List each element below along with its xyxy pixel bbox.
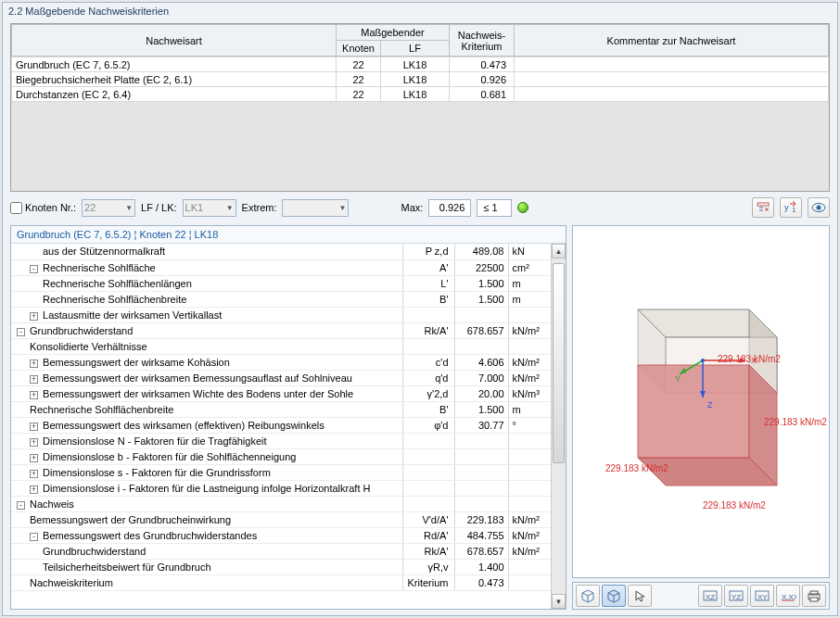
- view-persp-button[interactable]: [602, 585, 626, 607]
- axis-z-label: Z: [707, 400, 713, 410]
- view-xy-icon: XY: [754, 589, 770, 602]
- action-button-3[interactable]: [808, 197, 830, 218]
- detail-row[interactable]: - Bemessungswert des Grundbruchwiderstan…: [11, 527, 551, 543]
- detail-row[interactable]: + Bemessungswert der wirksame Kohäsionc'…: [11, 354, 551, 370]
- view-iso-button[interactable]: [576, 585, 600, 607]
- detail-row[interactable]: + Bemessungswert des wirksamen (effektiv…: [11, 417, 551, 433]
- tree-toggle[interactable]: +: [30, 470, 38, 478]
- detail-row[interactable]: aus der StützennormalkraftP z,d489.08kN: [11, 244, 551, 259]
- knoten-checkbox[interactable]: [10, 202, 22, 214]
- status-ok-icon: [517, 202, 528, 213]
- view-xy-button[interactable]: XY: [750, 585, 774, 607]
- tree-toggle[interactable]: -: [17, 328, 25, 336]
- detail-row[interactable]: Rechnerische SohlflächenbreiteB'1.500m: [11, 401, 551, 417]
- knoten-combo[interactable]: 22▼: [82, 199, 135, 217]
- svg-rect-0: [757, 203, 769, 206]
- detail-row[interactable]: Konsolidierte Verhältnisse: [11, 338, 551, 354]
- lflk-combo[interactable]: LK1▼: [183, 199, 236, 217]
- view-xz-icon: XZ: [702, 589, 719, 602]
- view-xz-button[interactable]: XZ: [698, 585, 722, 607]
- extrem-label: Extrem:: [242, 202, 277, 213]
- pane-title: 2.2 Maßgebende Nachweiskriterien: [3, 3, 837, 19]
- filter-icon: [757, 201, 770, 214]
- tree-toggle[interactable]: +: [30, 375, 38, 384]
- tree-toggle[interactable]: +: [30, 486, 38, 494]
- detail-row[interactable]: Bemessungswert der GrundbrucheinwirkungV…: [11, 511, 551, 527]
- col-lf: LF: [381, 41, 450, 57]
- scroll-down-button[interactable]: ▼: [552, 594, 566, 609]
- detail-row[interactable]: GrundbruchwiderstandRk/A'678.657kN/m²: [11, 543, 551, 559]
- detail-row[interactable]: - Rechnerische SohlflächeA'22500cm²: [11, 259, 551, 275]
- axis-y-label: Y: [675, 374, 681, 384]
- tree-toggle[interactable]: -: [17, 501, 25, 510]
- print-icon: [807, 589, 821, 602]
- svg-point-4: [817, 206, 821, 210]
- detail-row[interactable]: Rechnerische SohlflächenlängenL'1.500m: [11, 275, 551, 291]
- knoten-checkbox-label[interactable]: Knoten Nr.:: [10, 202, 76, 214]
- svg-text:XZ: XZ: [706, 593, 715, 601]
- svg-marker-9: [638, 365, 749, 458]
- detail-row[interactable]: + Dimensionslose i - Faktoren für die La…: [11, 480, 551, 496]
- tree-toggle[interactable]: -: [30, 265, 38, 273]
- col-nachweisart: Nachweisart: [12, 25, 337, 57]
- chevron-down-icon: ▼: [226, 204, 234, 212]
- tree-toggle[interactable]: +: [30, 438, 38, 447]
- svg-text:XY: XY: [757, 593, 768, 601]
- viz-value-1: 229.183 kN/m2: [718, 354, 781, 364]
- tree-toggle[interactable]: +: [30, 359, 38, 368]
- detail-row[interactable]: + Bemessungswert der wirksamen Bemessung…: [11, 370, 551, 385]
- tree-toggle[interactable]: +: [30, 423, 38, 431]
- max-label: Max:: [401, 202, 423, 213]
- extrem-combo[interactable]: ▼: [282, 199, 349, 217]
- max-limit: ≤ 1: [477, 199, 512, 217]
- svg-text:YZ: YZ: [732, 593, 741, 601]
- detail-row[interactable]: + Bemessungswert der wirksamen Wichte de…: [11, 385, 551, 401]
- criteria-table: Nachweisart Maßgebender Nachweis- Kriter…: [10, 23, 830, 192]
- table-row[interactable]: Grundbruch (EC 7, 6.5.2)22LK180.473: [12, 57, 829, 72]
- detail-row[interactable]: + Dimensionslose b - Faktoren für die So…: [11, 448, 551, 464]
- values-icon: X.XX: [780, 589, 796, 602]
- table-row[interactable]: Biegebruchsicherheit Platte (EC 2, 6.1)2…: [12, 72, 829, 87]
- col-massgebender: Maßgebender: [337, 25, 450, 41]
- viz-toolbar: XZ YZ XY X.XX: [572, 582, 830, 610]
- action-button-2[interactable]: y1: [780, 197, 802, 218]
- cursor-icon: [633, 589, 646, 602]
- svg-rect-31: [810, 598, 818, 601]
- scroll-up-button[interactable]: ▲: [552, 244, 566, 259]
- svg-text:1: 1: [792, 206, 796, 214]
- detail-row[interactable]: + Lastausmitte der wirksamen Vertikallas…: [11, 307, 551, 322]
- view-values-button[interactable]: X.XX: [776, 585, 800, 607]
- chevron-down-icon: ▼: [125, 204, 133, 212]
- table-row[interactable]: Durchstanzen (EC 2, 6.4)22LK180.681: [12, 87, 829, 102]
- detail-row[interactable]: - Nachweis: [11, 496, 551, 511]
- print-button[interactable]: [802, 585, 826, 607]
- view-yz-button[interactable]: YZ: [724, 585, 748, 607]
- cube-iso-icon: [580, 588, 595, 603]
- detail-row[interactable]: + Dimensionslose s - Faktoren für die Gr…: [11, 464, 551, 480]
- detail-row[interactable]: + Dimensionslose N - Faktoren für die Tr…: [11, 433, 551, 448]
- cursor-button[interactable]: [628, 585, 652, 607]
- eye-icon: [811, 202, 826, 213]
- viz-3d-canvas[interactable]: X Y Z 229.183 kN/m2 229.183 kN/m2 229.18…: [572, 225, 830, 578]
- detail-row[interactable]: Teilsicherheitsbeiwert für GrundbruchγR,…: [11, 559, 551, 574]
- detail-row[interactable]: NachweiskriteriumKriterium0.473: [11, 574, 551, 590]
- svg-text:y: y: [784, 203, 789, 212]
- action-button-1[interactable]: [752, 197, 774, 218]
- cube-persp-icon: [606, 588, 621, 603]
- svg-point-18: [701, 359, 705, 362]
- viz-value-2: 229.183 kN/m2: [764, 417, 827, 427]
- detail-row[interactable]: Rechnerische SohlflächenbreiteB'1.500m: [11, 291, 551, 307]
- tree-toggle[interactable]: -: [30, 533, 38, 541]
- detail-scrollbar[interactable]: ▲ ▼: [551, 244, 566, 609]
- goto-icon: y1: [784, 201, 797, 214]
- lflk-label: LF / LK:: [141, 202, 177, 213]
- view-yz-icon: YZ: [728, 589, 745, 602]
- max-value: 0.926: [428, 199, 471, 217]
- tree-toggle[interactable]: +: [30, 312, 38, 321]
- detail-row[interactable]: - GrundbruchwiderstandRk/A'678.657kN/m²: [11, 322, 551, 338]
- viz-value-4: 229.183 kN/m2: [703, 500, 766, 511]
- detail-title: Grundbruch (EC 7, 6.5.2) ¦ Knoten 22 ¦ L…: [11, 226, 566, 244]
- tree-toggle[interactable]: +: [30, 454, 38, 462]
- tree-toggle[interactable]: +: [30, 391, 38, 399]
- col-kriterium: Nachweis- Kriterium: [450, 25, 515, 57]
